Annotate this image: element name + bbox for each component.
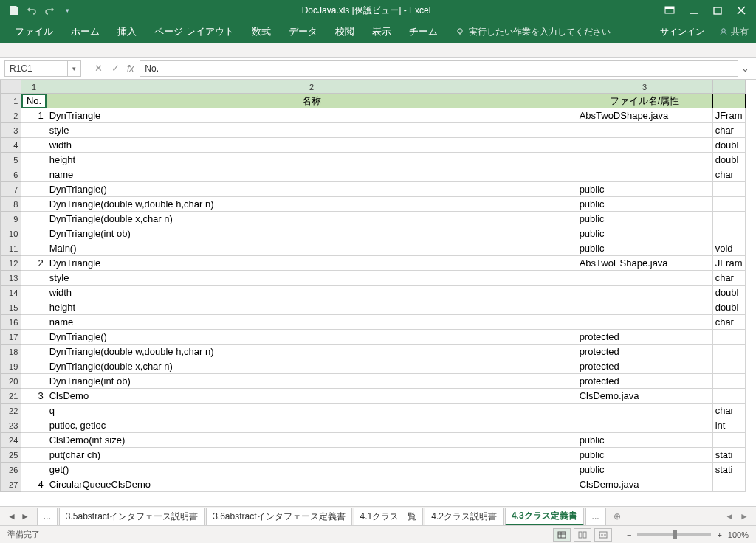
row-header[interactable]: 19 (1, 359, 21, 374)
cell[interactable]: DynTriangle(int ob) (47, 226, 577, 241)
cell[interactable]: get() (47, 463, 577, 477)
tab-file[interactable]: ファイル (6, 21, 62, 43)
cell[interactable] (577, 286, 712, 300)
cell[interactable]: width (47, 138, 577, 153)
tab-view[interactable]: 表示 (363, 21, 400, 43)
cell[interactable] (712, 197, 745, 212)
row-header[interactable]: 22 (1, 404, 21, 418)
row-header[interactable]: 24 (1, 433, 21, 448)
cell[interactable]: 2 (21, 256, 47, 271)
tab-review[interactable]: 校閲 (326, 21, 363, 43)
cell[interactable]: height (47, 153, 577, 167)
cell[interactable]: char (712, 167, 745, 182)
sheet-tab[interactable]: 4.1クラス一覧 (354, 508, 424, 525)
row-header[interactable]: 14 (1, 286, 21, 300)
cell[interactable] (712, 433, 745, 448)
sheet-nav-next-icon[interactable]: ► (21, 511, 30, 522)
cell[interactable] (21, 271, 47, 286)
share-button[interactable]: 共有 (712, 26, 756, 38)
row-header[interactable]: 21 (1, 389, 21, 404)
row-header[interactable]: 6 (1, 167, 21, 182)
row-header[interactable]: 12 (1, 256, 21, 271)
cell[interactable]: DynTriangle (47, 108, 577, 123)
view-pagelayout-icon[interactable] (574, 528, 591, 542)
column-header[interactable]: 1 (21, 80, 47, 94)
cell[interactable]: char (712, 123, 745, 138)
cell[interactable]: doubl (712, 138, 745, 153)
cell[interactable]: AbsTwoEShape.java (577, 256, 712, 271)
cell[interactable]: public (577, 226, 712, 241)
cell[interactable]: CircularQueueClsDemo (47, 477, 577, 492)
cell[interactable] (21, 463, 47, 477)
tab-home[interactable]: ホーム (62, 21, 109, 43)
cell[interactable]: protected (577, 359, 712, 374)
minimize-icon[interactable] (690, 6, 698, 15)
cell[interactable]: 3 (21, 389, 47, 404)
tab-team[interactable]: チーム (400, 21, 447, 43)
cell[interactable] (21, 330, 47, 345)
redo-icon[interactable] (43, 5, 56, 15)
view-normal-icon[interactable] (553, 528, 571, 542)
cell[interactable] (577, 315, 712, 330)
cell[interactable]: stati (712, 448, 745, 463)
cell[interactable]: char (712, 404, 745, 418)
cell[interactable]: public (577, 197, 712, 212)
cell[interactable]: style (47, 123, 577, 138)
cell[interactable]: Main() (47, 241, 577, 256)
cell[interactable]: public (577, 241, 712, 256)
cell[interactable]: doubl (712, 153, 745, 167)
save-icon[interactable] (7, 5, 21, 15)
cell[interactable] (21, 182, 47, 197)
cell[interactable] (712, 182, 745, 197)
cell[interactable] (21, 241, 47, 256)
row-header[interactable]: 9 (1, 212, 21, 226)
row-header[interactable]: 8 (1, 197, 21, 212)
tab-pagelayout[interactable]: ページ レイアウト (145, 21, 243, 43)
cell[interactable] (21, 300, 47, 315)
cell[interactable]: ClsDemo.java (577, 389, 712, 404)
hscroll-left-icon[interactable]: ◄ (725, 511, 734, 522)
cell[interactable] (21, 167, 47, 182)
hscroll-right-icon[interactable]: ► (740, 511, 749, 522)
worksheet-grid[interactable]: 1 2 3 1 No. 名称 ファイル名/属性 21DynTriangleAbs… (0, 80, 756, 506)
cell[interactable] (577, 300, 712, 315)
sheet-nav-prev-icon[interactable]: ◄ (7, 511, 16, 522)
cell[interactable]: putloc, getloc (47, 418, 577, 433)
cell[interactable]: 4 (21, 477, 47, 492)
cell[interactable] (577, 167, 712, 182)
cell[interactable]: protected (577, 345, 712, 359)
cell[interactable]: ClsDemo(int size) (47, 433, 577, 448)
row-header[interactable]: 18 (1, 345, 21, 359)
cell[interactable]: void (712, 241, 745, 256)
cell[interactable] (21, 315, 47, 330)
cell[interactable]: DynTriangle(int ob) (47, 374, 577, 389)
cell[interactable]: protected (577, 330, 712, 345)
cell[interactable]: AbsTwoDShape.java (577, 108, 712, 123)
row-header[interactable]: 26 (1, 463, 21, 477)
cell[interactable] (712, 374, 745, 389)
row-header[interactable]: 10 (1, 226, 21, 241)
cell[interactable] (21, 448, 47, 463)
row-header[interactable]: 11 (1, 241, 21, 256)
sheet-ellipsis-left[interactable]: ... (37, 508, 58, 525)
cell[interactable]: width (47, 286, 577, 300)
cell[interactable] (21, 197, 47, 212)
enter-icon[interactable]: ✓ (111, 63, 120, 74)
cell[interactable]: DynTriangle(double w,double h,char n) (47, 345, 577, 359)
cell[interactable]: public (577, 448, 712, 463)
cell[interactable]: height (47, 300, 577, 315)
row-header[interactable]: 16 (1, 315, 21, 330)
cell[interactable] (577, 418, 712, 433)
cell[interactable]: 1 (21, 108, 47, 123)
cell[interactable]: DynTriangle(double x,char n) (47, 212, 577, 226)
cell[interactable]: name (47, 167, 577, 182)
cell[interactable]: DynTriangle(double w,double h,char n) (47, 197, 577, 212)
cell[interactable] (577, 138, 712, 153)
cell[interactable]: char (712, 271, 745, 286)
qat-customize-icon[interactable]: ▾ (61, 7, 74, 14)
cell[interactable]: doubl (712, 286, 745, 300)
cell[interactable] (712, 345, 745, 359)
row-header[interactable]: 1 (1, 94, 21, 108)
row-header[interactable]: 27 (1, 477, 21, 492)
cell[interactable]: q (47, 404, 577, 418)
